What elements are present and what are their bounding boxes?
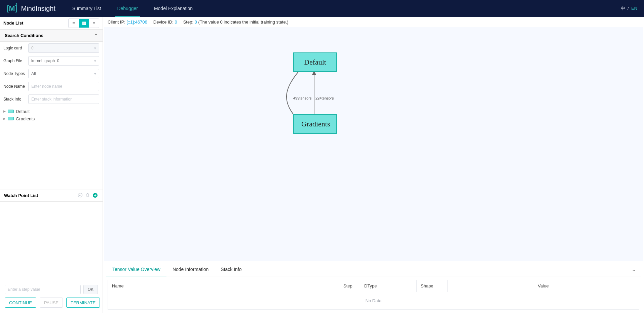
logo-group: [M]s MindInsight xyxy=(7,4,55,13)
tab-summary-list[interactable]: Summary List xyxy=(66,0,108,17)
chevron-down-icon[interactable]: ⌄ xyxy=(627,266,641,273)
caret-right-icon: ▶ xyxy=(3,117,6,120)
tab-stack-info[interactable]: Stack Info xyxy=(215,263,248,276)
logo-icon: [M]s xyxy=(7,4,18,13)
main-area: Client IP: [::1]:46706 Device ID: 0 Step… xyxy=(103,17,644,313)
device-id-value: 0 xyxy=(175,19,177,25)
stack-info-input[interactable] xyxy=(28,94,99,104)
view-mode-compact-icon[interactable]: ≡ xyxy=(89,19,99,28)
tab-debugger[interactable]: Debugger xyxy=(110,0,145,17)
tree-item-default[interactable]: ▶ Default xyxy=(3,108,99,115)
sidebar: Node List ≡ ▦ ≡ Search Conditions ⌃ Logi… xyxy=(0,17,103,313)
node-list-header: Node List ≡ ▦ ≡ xyxy=(0,17,103,30)
add-circle-icon[interactable] xyxy=(92,193,99,199)
step-hint: (The value 0 indicates the initial train… xyxy=(198,19,289,25)
node-icon xyxy=(8,117,14,120)
node-name-input[interactable] xyxy=(28,82,99,91)
view-mode-group: ≡ ▦ ≡ xyxy=(68,18,99,28)
bottom-tabs: Tensor Value Overview Node Information S… xyxy=(106,263,641,276)
tab-model-explanation[interactable]: Model Explanation xyxy=(147,0,199,17)
watch-point-title: Watch Point List xyxy=(4,193,38,198)
col-name: Name xyxy=(108,280,339,292)
lang-zh[interactable]: 中 xyxy=(621,6,625,11)
step-label: Step: xyxy=(183,19,193,25)
nav-tabs: Summary List Debugger Model Explanation xyxy=(66,0,199,17)
logic-card-select[interactable]: 0 xyxy=(28,43,99,53)
delete-icon[interactable] xyxy=(85,193,91,199)
no-data-label: No Data xyxy=(108,292,639,309)
graph-file-label: Graph File xyxy=(3,58,28,63)
bottom-pane: Tensor Value Overview Node Information S… xyxy=(103,263,644,313)
tree-item-gradients[interactable]: ▶ Gradients xyxy=(3,115,99,122)
col-value: Value xyxy=(448,280,639,292)
search-conditions-title: Search Conditions xyxy=(5,33,43,38)
node-name-label: Node Name xyxy=(3,84,28,89)
watch-point-header: Watch Point List xyxy=(0,190,103,202)
tree-item-label: Gradients xyxy=(16,116,35,121)
caret-right-icon: ▶ xyxy=(3,110,6,113)
check-circle-icon[interactable] xyxy=(78,193,84,199)
tab-tensor-overview[interactable]: Tensor Value Overview xyxy=(106,263,166,276)
step-value: 0 xyxy=(195,19,197,25)
client-ip-label: Client IP: xyxy=(108,19,125,25)
pause-button[interactable]: PAUSE xyxy=(40,298,63,308)
graph-canvas[interactable]: ◀ Default Gradients 499tensors 224tensor… xyxy=(104,27,643,261)
node-tree: ▶ Default ▶ Gradients xyxy=(0,106,103,190)
continue-button[interactable]: CONTINUE xyxy=(5,298,36,308)
svg-point-0 xyxy=(78,193,82,197)
client-ip-value: [::1]:46706 xyxy=(126,19,147,25)
col-step: Step xyxy=(339,280,360,292)
node-icon xyxy=(8,110,14,113)
col-shape: Shape xyxy=(417,280,448,292)
edge-label-down: 499tensors xyxy=(293,96,311,100)
language-switch[interactable]: 中 / EN xyxy=(621,5,637,11)
graph-edges xyxy=(104,27,643,261)
app-header: [M]s MindInsight Summary List Debugger M… xyxy=(0,0,644,17)
graph-node-default[interactable]: Default xyxy=(293,52,337,72)
terminate-button[interactable]: TERMINATE xyxy=(66,298,100,308)
tensor-table: Name Step DType Shape Value No Data xyxy=(108,280,639,310)
info-bar: Client IP: [::1]:46706 Device ID: 0 Step… xyxy=(103,17,644,27)
logic-card-label: Logic card xyxy=(3,46,28,50)
lang-en[interactable]: EN xyxy=(631,6,637,11)
chevron-up-icon: ⌃ xyxy=(94,33,98,38)
search-conditions-header[interactable]: Search Conditions ⌃ xyxy=(0,30,103,42)
node-types-select[interactable]: All xyxy=(28,69,99,78)
graph-file-select[interactable]: kernel_graph_0 xyxy=(28,56,99,66)
node-types-label: Node Types xyxy=(3,71,28,76)
step-input[interactable] xyxy=(5,285,81,294)
device-id-label: Device ID: xyxy=(153,19,174,25)
view-mode-list-icon[interactable]: ≡ xyxy=(69,19,79,28)
watch-point-body xyxy=(0,202,103,282)
col-dtype: DType xyxy=(360,280,417,292)
view-mode-grid-icon[interactable]: ▦ xyxy=(79,19,89,28)
app-name: MindInsight xyxy=(21,5,55,12)
ok-button[interactable]: OK xyxy=(83,285,98,294)
bottom-controls: OK CONTINUE PAUSE TERMINATE xyxy=(0,281,103,313)
edge-label-up: 224tensors xyxy=(315,96,334,100)
tab-node-information[interactable]: Node Information xyxy=(166,263,215,276)
tree-item-label: Default xyxy=(16,109,30,114)
stack-info-label: Stack Info xyxy=(3,97,28,102)
table-header: Name Step DType Shape Value xyxy=(108,280,639,292)
node-list-title: Node List xyxy=(3,21,23,26)
graph-node-gradients[interactable]: Gradients xyxy=(293,114,337,134)
